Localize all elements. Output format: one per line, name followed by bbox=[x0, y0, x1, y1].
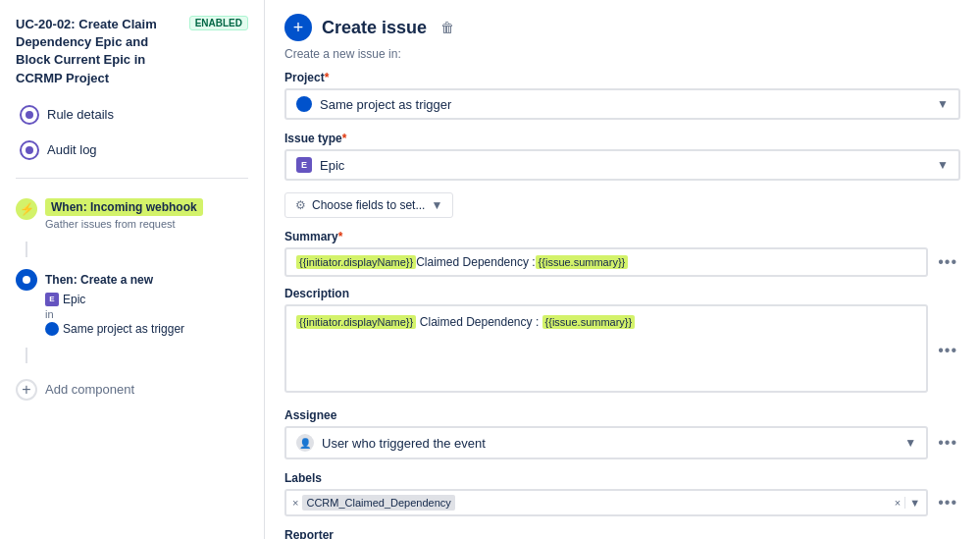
project-value: Same project as trigger bbox=[320, 97, 451, 112]
description-field-label: Description bbox=[284, 287, 960, 300]
label-chevron-icon[interactable]: ▼ bbox=[904, 497, 920, 509]
label-tag: CCRM_Claimed_Dependency bbox=[302, 495, 454, 511]
labels-field-label: Labels bbox=[284, 471, 960, 485]
panel-header: + Create issue 🗑 bbox=[284, 14, 960, 41]
assignee-chevron-icon: ▼ bbox=[904, 436, 916, 450]
label-clear-icon[interactable]: × bbox=[895, 497, 901, 509]
add-component-button[interactable]: + Add component bbox=[16, 379, 248, 401]
project-select[interactable]: Same project as trigger ▼ bbox=[284, 88, 960, 120]
step-connector-2 bbox=[26, 348, 27, 363]
summary-static-text: Claimed Dependency : bbox=[416, 255, 535, 269]
step-in: in bbox=[45, 308, 248, 320]
labels-section: Labels × CCRM_Claimed_Dependency × ▼ ••• bbox=[284, 471, 960, 516]
desc-token-2: {{issue.summary}} bbox=[542, 315, 636, 329]
assignee-row: 👤 User who triggered the event ▼ ••• bbox=[284, 426, 960, 459]
assignee-select[interactable]: 👤 User who triggered the event ▼ bbox=[284, 426, 928, 459]
description-input[interactable]: {{initiator.displayName}} Claimed Depend… bbox=[284, 304, 928, 393]
step-project: Same project as trigger bbox=[45, 322, 248, 336]
step-title: Then: Create a new bbox=[45, 273, 153, 287]
summary-token-2: {{issue.summary}} bbox=[536, 255, 629, 269]
create-issue-plus-icon: + bbox=[284, 14, 312, 41]
choose-fields-label: Choose fields to set... bbox=[312, 198, 425, 212]
nav-label-audit-log: Audit log bbox=[47, 142, 97, 157]
trigger-icon: ⚡ bbox=[16, 198, 37, 220]
issue-type-chevron-icon: ▼ bbox=[937, 158, 949, 172]
rule-details-icon bbox=[20, 105, 39, 125]
description-row: {{initiator.displayName}} Claimed Depend… bbox=[284, 304, 960, 397]
sub-label: Create a new issue in: bbox=[284, 47, 960, 61]
epic-icon-small: E bbox=[45, 293, 59, 306]
desc-token-1: {{initiator.displayName}} bbox=[296, 315, 416, 329]
add-circle-icon: + bbox=[16, 379, 37, 401]
summary-row: {{initiator.displayName}} Claimed Depend… bbox=[284, 247, 960, 277]
assignee-more-button[interactable]: ••• bbox=[934, 432, 960, 454]
labels-input[interactable]: × CCRM_Claimed_Dependency × ▼ bbox=[284, 489, 928, 516]
issue-type-select[interactable]: E Epic ▼ bbox=[284, 149, 960, 181]
label-x-icon[interactable]: × bbox=[292, 497, 298, 509]
nav-label-rule-details: Rule details bbox=[47, 107, 114, 122]
issue-type-field-label: Issue type* bbox=[284, 132, 960, 145]
rule-title: UC-20-02: Create Claim Dependency Epic a… bbox=[16, 16, 180, 87]
reporter-field-label: Reporter bbox=[284, 528, 960, 539]
nav-item-rule-details[interactable]: Rule details bbox=[16, 99, 248, 131]
divider bbox=[16, 178, 248, 179]
project-icon-small bbox=[45, 322, 59, 336]
desc-static-text: Claimed Dependency : bbox=[420, 315, 542, 329]
step-circle bbox=[16, 269, 37, 291]
add-component-label: Add component bbox=[45, 382, 134, 397]
nav-item-audit-log[interactable]: Audit log bbox=[16, 135, 248, 166]
project-chevron-icon: ▼ bbox=[937, 97, 949, 111]
labels-field: × CCRM_Claimed_Dependency × ▼ ••• bbox=[284, 489, 960, 516]
assignee-value: User who triggered the event bbox=[322, 436, 486, 451]
issue-type-value: Epic bbox=[320, 158, 344, 173]
enabled-badge: ENABLED bbox=[189, 16, 248, 30]
summary-token-1: {{initiator.displayName}} bbox=[296, 255, 416, 269]
delete-button[interactable]: 🗑 bbox=[440, 20, 454, 35]
assignee-field-label: Assignee bbox=[284, 408, 960, 422]
project-field-label: Project* bbox=[284, 71, 960, 84]
gear-icon: ⚙ bbox=[295, 198, 306, 212]
trigger-label: When: Incoming webhook bbox=[45, 198, 203, 216]
summary-input[interactable]: {{initiator.displayName}} Claimed Depend… bbox=[284, 247, 928, 277]
step-issue-type: E Epic bbox=[45, 293, 248, 306]
left-panel: UC-20-02: Create Claim Dependency Epic a… bbox=[0, 0, 265, 539]
choose-fields-button[interactable]: ⚙ Choose fields to set... ▼ bbox=[284, 192, 453, 218]
assignee-user-icon: 👤 bbox=[296, 434, 314, 452]
audit-log-icon bbox=[20, 140, 39, 160]
summary-field-label: Summary* bbox=[284, 230, 960, 243]
epic-icon: E bbox=[296, 157, 312, 173]
labels-more-button[interactable]: ••• bbox=[934, 492, 960, 513]
step-block: Then: Create a new E Epic in Same projec… bbox=[16, 269, 248, 336]
panel-title: Create issue bbox=[322, 18, 427, 38]
description-more-button[interactable]: ••• bbox=[934, 304, 960, 397]
step-connector bbox=[26, 242, 27, 257]
trigger-sub: Gather issues from request bbox=[45, 218, 203, 230]
right-panel: + Create issue 🗑 Create a new issue in: … bbox=[265, 0, 980, 539]
choose-fields-chevron-icon: ▼ bbox=[431, 198, 442, 212]
project-globe-icon bbox=[296, 96, 312, 112]
summary-more-button[interactable]: ••• bbox=[934, 251, 960, 273]
